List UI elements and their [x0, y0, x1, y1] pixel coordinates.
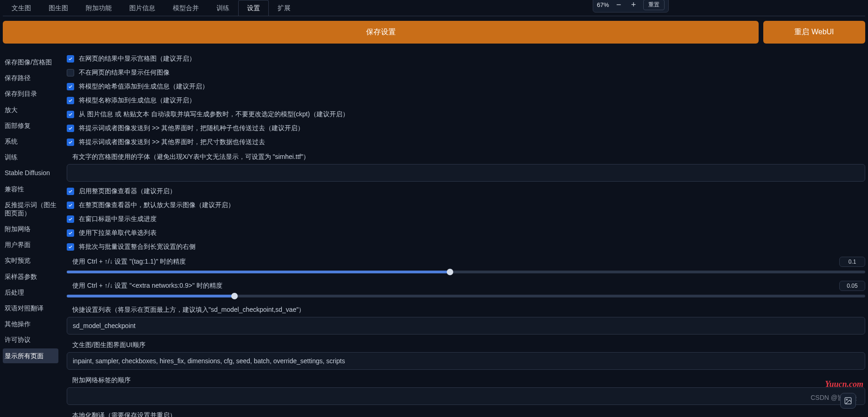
- slider-extra-precision-value[interactable]: 0.05: [839, 281, 865, 291]
- slider-tag-precision[interactable]: [67, 271, 865, 273]
- zoom-reset-button[interactable]: 重置: [643, 0, 665, 10]
- zoom-percent: 67%: [597, 1, 609, 8]
- sidebar-item-7[interactable]: Stable Diffusion: [3, 165, 58, 180]
- sidebar-item-14[interactable]: 后处理: [3, 285, 58, 300]
- main-tabs: 文生图图生图附加功能图片信息模型合并训练设置扩展: [3, 0, 865, 16]
- ui-order-input[interactable]: [67, 352, 865, 370]
- zoom-panel: 67% − + 重置: [593, 0, 669, 13]
- option-label: 将提示词或者图像发送到 >> 其他界面时，把随机种子也传送过去（建议开启）: [79, 124, 304, 133]
- option-row: 在窗口标题中显示生成进度: [67, 212, 865, 226]
- checkbox[interactable]: [67, 83, 74, 90]
- option-row: 在整页图像查看器中，默认放大显示图像（建议开启）: [67, 198, 865, 212]
- option-row: 将提示词或者图像发送到 >> 其他界面时，把尺寸数据也传送过去: [67, 135, 865, 149]
- grid-font-input[interactable]: [67, 164, 865, 182]
- checkbox[interactable]: [67, 215, 74, 223]
- option-label: 使用下拉菜单取代单选列表: [79, 229, 157, 237]
- slider-tag-precision-label: 使用 Ctrl + ↑/↓ 设置 "(tag:1.1)" 时的精度: [72, 258, 186, 266]
- checkbox[interactable]: [67, 229, 74, 237]
- sidebar-item-3[interactable]: 放大: [3, 102, 58, 117]
- main-tab-0[interactable]: 文生图: [3, 0, 40, 16]
- sidebar-item-18[interactable]: 显示所有页面: [3, 348, 58, 363]
- main-tab-4[interactable]: 模型合并: [164, 0, 208, 16]
- quicksettings-input[interactable]: [67, 317, 865, 335]
- sidebar-item-4[interactable]: 面部修复: [3, 118, 58, 133]
- option-label: 不在网页的结果中显示任何图像: [79, 69, 170, 77]
- option-label: 将模型的哈希值添加到生成信息（建议开启）: [79, 82, 209, 91]
- zoom-in-button[interactable]: +: [628, 0, 639, 10]
- main-tab-3[interactable]: 图片信息: [120, 0, 164, 16]
- main-tab-2[interactable]: 附加功能: [77, 0, 120, 16]
- grid-font-label: 有文字的宫格图使用的字体（避免出现X/Y表中文无法显示，可设置为 "simhei…: [67, 149, 865, 164]
- save-settings-button[interactable]: 保存设置: [3, 21, 759, 44]
- sidebar-item-5[interactable]: 系统: [3, 134, 58, 149]
- option-row: 将模型的哈希值添加到生成信息（建议开启）: [67, 80, 865, 94]
- svg-point-1: [846, 399, 847, 400]
- quicksettings-label: 快捷设置列表（将显示在页面最上方，建议填入"sd_model_checkpoin…: [67, 302, 865, 317]
- restart-webui-button[interactable]: 重启 WebUI: [763, 21, 865, 44]
- sidebar-item-12[interactable]: 实时预览: [3, 253, 58, 268]
- sidebar-item-17[interactable]: 许可协议: [3, 332, 58, 347]
- option-label: 启用整页图像查看器（建议开启）: [79, 187, 176, 196]
- option-row: 使用下拉菜单取代单选列表: [67, 226, 865, 240]
- checkbox[interactable]: [67, 111, 74, 118]
- checkbox[interactable]: [67, 97, 74, 104]
- main-tab-1[interactable]: 图生图: [40, 0, 77, 16]
- checkbox[interactable]: [67, 125, 74, 132]
- float-image-button[interactable]: [840, 393, 856, 409]
- checkbox[interactable]: [67, 243, 74, 251]
- option-row: 将提示词或者图像发送到 >> 其他界面时，把随机种子也传送过去（建议开启）: [67, 121, 865, 135]
- sidebar-item-16[interactable]: 其他操作: [3, 316, 58, 331]
- sidebar-item-2[interactable]: 保存到目录: [3, 86, 58, 101]
- option-label: 从 图片信息 或 粘贴文本 自动读取并填写生成参数时，不要更改选定的模型(ckp…: [79, 110, 349, 119]
- sidebar-item-0[interactable]: 保存图像/宫格图: [3, 55, 58, 70]
- option-row: 从 图片信息 或 粘贴文本 自动读取并填写生成参数时，不要更改选定的模型(ckp…: [67, 107, 865, 121]
- extra-tabs-input[interactable]: [67, 387, 865, 405]
- sidebar-item-10[interactable]: 附加网络: [3, 221, 58, 236]
- sidebar-item-9[interactable]: 反推提示词（图生图页面）: [3, 197, 58, 221]
- sidebar-item-8[interactable]: 兼容性: [3, 182, 58, 196]
- option-row: 将批次与批量设置整合到长宽设置的右侧: [67, 240, 865, 254]
- option-label: 在整页图像查看器中，默认放大显示图像（建议开启）: [79, 201, 234, 209]
- option-label: 将模型名称添加到生成信息（建议开启）: [79, 96, 196, 105]
- main-tab-7[interactable]: 扩展: [269, 0, 299, 16]
- sidebar-item-1[interactable]: 保存路径: [3, 70, 58, 85]
- localization-label: 本地化翻译（需要保存设置并重启）: [67, 408, 865, 417]
- checkbox[interactable]: [67, 202, 74, 209]
- checkbox[interactable]: [67, 55, 74, 63]
- option-label: 在网页的结果中显示宫格图（建议开启）: [79, 55, 196, 63]
- option-label: 将批次与批量设置整合到长宽设置的右侧: [79, 243, 196, 251]
- main-tab-5[interactable]: 训练: [208, 0, 238, 16]
- checkbox[interactable]: [67, 139, 74, 146]
- sidebar-item-13[interactable]: 采样器参数: [3, 269, 58, 284]
- extra-tabs-label: 附加网络标签的顺序: [67, 373, 865, 387]
- checkbox[interactable]: [67, 188, 74, 195]
- sidebar-item-6[interactable]: 训练: [3, 150, 58, 164]
- slider-tag-precision-value[interactable]: 0.1: [839, 257, 865, 267]
- sidebar-item-11[interactable]: 用户界面: [3, 237, 58, 252]
- option-row: 启用整页图像查看器（建议开启）: [67, 184, 865, 198]
- slider-extra-precision[interactable]: [67, 295, 865, 297]
- option-row: 在网页的结果中显示宫格图（建议开启）: [67, 52, 865, 66]
- option-label: 将提示词或者图像发送到 >> 其他界面时，把尺寸数据也传送过去: [79, 138, 265, 146]
- sidebar-item-15[interactable]: 双语对照翻译: [3, 301, 58, 316]
- image-icon: [844, 397, 852, 405]
- settings-content: 在网页的结果中显示宫格图（建议开启）不在网页的结果中显示任何图像将模型的哈希值添…: [58, 52, 865, 417]
- main-tab-6[interactable]: 设置: [238, 0, 269, 16]
- ui-order-label: 文生图/图生图界面UI顺序: [67, 337, 865, 352]
- zoom-out-button[interactable]: −: [614, 0, 624, 10]
- checkbox[interactable]: [67, 69, 74, 76]
- option-row: 不在网页的结果中显示任何图像: [67, 66, 865, 80]
- option-label: 在窗口标题中显示生成进度: [79, 215, 157, 223]
- option-row: 将模型名称添加到生成信息（建议开启）: [67, 94, 865, 107]
- settings-sidebar: 保存图像/宫格图保存路径保存到目录放大面部修复系统训练Stable Diffus…: [3, 52, 58, 417]
- slider-extra-precision-label: 使用 Ctrl + ↑/↓ 设置 "<extra networks:0.9>" …: [72, 282, 222, 290]
